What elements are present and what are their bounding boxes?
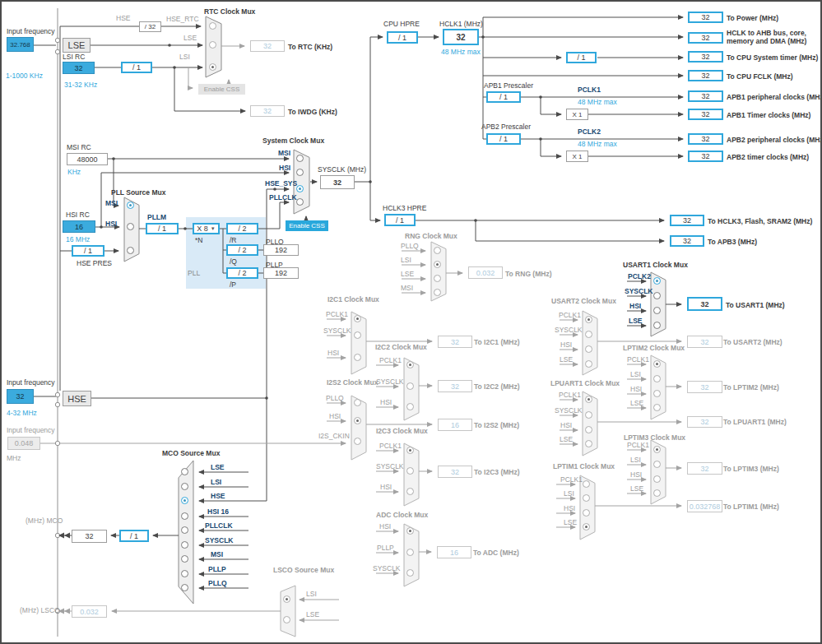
i2c2-mux-radio-PCLK1[interactable]	[406, 361, 414, 368]
usart2-mux-radio-SYSCLK[interactable]	[585, 331, 592, 338]
i2s2-mux-radio-PLLQ[interactable]	[354, 399, 361, 406]
mco-mux-radio-PLLQ[interactable]	[181, 584, 188, 591]
mco-mux-radio-HSI 16[interactable]	[181, 512, 188, 520]
hsi-rc-value[interactable]: 16	[63, 220, 95, 233]
i2c2-out-value: 32	[438, 380, 472, 392]
lptim1-mux-radio-LSE[interactable]	[583, 523, 590, 530]
adc-mux-radio-HSI[interactable]	[406, 527, 414, 535]
hclk3-hpre-divider[interactable]: / 1	[384, 214, 416, 226]
hclk1-value[interactable]: 32	[443, 29, 479, 45]
mco-divider[interactable]: / 1	[119, 530, 149, 542]
rtc-mux-radio-LSI[interactable]	[209, 63, 216, 71]
mco-mux-radio-PLLCLK[interactable]	[181, 526, 188, 534]
pll-n-multiplier-dropdown[interactable]: X 8▼	[193, 223, 220, 234]
usart1-mux-radio-SYSCLK[interactable]	[653, 292, 661, 299]
lpuart1-mux-radio-HSI[interactable]	[585, 426, 592, 433]
sys-mux-radio-HSI[interactable]	[296, 169, 304, 176]
lptim1-mux-radio-LSI[interactable]	[583, 494, 590, 502]
i2c3-mux-radio-SYSCLK[interactable]	[406, 467, 414, 475]
usart2-mux-radio-HSI[interactable]	[585, 345, 592, 353]
lptim2-mux-radio-LSI[interactable]	[653, 375, 661, 382]
mco-mux-radio-HSE[interactable]	[181, 497, 188, 504]
rtc-mux-radio-HSE_RTC[interactable]	[209, 22, 216, 30]
lptim1-mux-radio-PCLK1[interactable]	[583, 480, 590, 488]
apb2-prescaler-divider[interactable]: / 1	[486, 133, 521, 145]
apb1-prescaler-divider[interactable]: / 1	[486, 91, 521, 103]
i2c3-input-label-SYSCLK: SYSCLK	[376, 462, 404, 470]
lptim3-mux-radio-LSE[interactable]	[653, 489, 661, 497]
lptim2-mux-radio-PCLK1[interactable]	[653, 360, 661, 368]
rtc-input-label-LSI: LSI	[179, 53, 190, 61]
i2s2-input-label-HSI: HSI	[329, 412, 341, 420]
mco-mux-radio-SYSCLK[interactable]	[181, 541, 188, 549]
rng-mux-radio-MSI[interactable]	[434, 289, 441, 296]
usart2-input-label-HSI: HSI	[560, 341, 572, 349]
i2s2-mux-radio-HSI[interactable]	[354, 417, 361, 424]
lptim2-mux-radio-LSE[interactable]	[653, 404, 661, 411]
pll-r-divider[interactable]: / 2	[226, 223, 258, 234]
msi-rc-value[interactable]: 48000	[67, 153, 108, 165]
rng-mux-radio-LSE[interactable]	[434, 275, 441, 282]
rtc-enable-css-button[interactable]: Enable CSS	[198, 84, 245, 95]
i2c1-mux-radio-HSI[interactable]	[354, 354, 361, 361]
rng-mux-radio-PLLQ[interactable]	[434, 247, 441, 254]
sys-enable-css-button[interactable]: Enable CSS	[286, 220, 328, 231]
apb1-timer-multiplier: X 1	[566, 109, 588, 120]
i2c2-mux-radio-SYSCLK[interactable]	[406, 382, 414, 390]
lptim3-out-label: To LPTIM3 (MHz)	[723, 465, 779, 473]
lsi-rc-value[interactable]: 32	[63, 62, 95, 74]
adc-mux-radio-PLLP[interactable]	[406, 549, 414, 556]
lsi-divider[interactable]: / 1	[121, 62, 152, 73]
lse-input-frequency-range: 1-1000 KHz	[6, 72, 43, 80]
hse-input-frequency-value[interactable]: 32	[7, 389, 34, 404]
lpuart1-mux-radio-PCLK1[interactable]	[585, 396, 592, 403]
lpuart1-mux-radio-LSE[interactable]	[585, 440, 592, 447]
pllm-divider[interactable]: / 1	[146, 223, 179, 234]
i2c1-mux-radio-PCLK1[interactable]	[354, 315, 361, 322]
lptim3-mux-radio-LSI[interactable]	[653, 461, 661, 468]
lpuart1-mux-radio-SYSCLK[interactable]	[585, 411, 592, 419]
junction-dot	[474, 219, 477, 222]
mco-mux-radio-LSI[interactable]	[181, 483, 188, 490]
adc-input-label-HSI: HSI	[379, 522, 391, 530]
sys-mux-radio-HSE_SYS[interactable]	[296, 185, 304, 192]
i2c3-mux-radio-PCLK1[interactable]	[406, 447, 414, 454]
hse-prescaler-divider[interactable]: / 1	[72, 245, 104, 257]
pll-q-divider[interactable]: / 2	[226, 244, 258, 256]
power-out-value: 32	[688, 12, 723, 23]
lptim3-mux-radio-PCLK1[interactable]	[653, 446, 661, 453]
mco-mux-radio-LSE[interactable]	[181, 468, 188, 475]
lptim1-input-label-LSE: LSE	[564, 518, 577, 526]
i2s2-mux-radio-I2S_CKIN[interactable]	[354, 438, 361, 445]
usart1-mux-radio-HSI[interactable]	[653, 307, 661, 314]
cpu-hpre-divider[interactable]: / 1	[387, 31, 418, 44]
pllsrc-mux-radio-MSI[interactable]	[127, 202, 134, 209]
i2c2-mux-radio-HSI[interactable]	[406, 403, 414, 410]
systick-divider[interactable]: / 1	[566, 52, 597, 63]
lptim3-mux-radio-HSI[interactable]	[653, 475, 661, 483]
rtc-mux-radio-LSE[interactable]	[209, 41, 216, 49]
usart2-mux-radio-LSE[interactable]	[585, 360, 592, 368]
rng-mux-radio-LSI[interactable]	[434, 261, 441, 268]
junction-dot	[112, 157, 115, 160]
sys-mux-radio-PLLCLK[interactable]	[296, 198, 304, 206]
pllsrc-mux-radio-2[interactable]	[127, 247, 134, 254]
i2c3-mux-radio-HSI[interactable]	[406, 488, 414, 495]
mco-mux-radio-MSI[interactable]	[181, 555, 188, 563]
lptim1-mux-radio-HSI[interactable]	[583, 509, 590, 517]
mco-mux-radio-PLLP[interactable]	[181, 570, 188, 577]
usart1-mux-radio-LSE[interactable]	[653, 322, 661, 329]
sys-mux-radio-MSI[interactable]	[296, 155, 304, 162]
lsco-mux-radio-LSI[interactable]	[283, 595, 290, 603]
pll-p-divider[interactable]: / 2	[226, 267, 258, 279]
lsco-mux-radio-LSE[interactable]	[283, 616, 290, 623]
adc-mux-radio-SYSCLK[interactable]	[406, 569, 414, 577]
usart2-mux-radio-PCLK1[interactable]	[585, 316, 592, 323]
pllsrc-mux-radio-HSI[interactable]	[127, 223, 134, 230]
rtc-hse-prediv: / 32	[139, 21, 161, 32]
usart1-mux-radio-PCLK2[interactable]	[653, 277, 661, 285]
i2c1-mux-radio-SYSCLK[interactable]	[354, 331, 361, 339]
lse-input-frequency-value[interactable]: 32.768	[7, 37, 34, 52]
lptim2-mux-radio-HSI[interactable]	[653, 390, 661, 397]
i2s2-out-label: To I2S2 (MHz)	[474, 421, 519, 429]
